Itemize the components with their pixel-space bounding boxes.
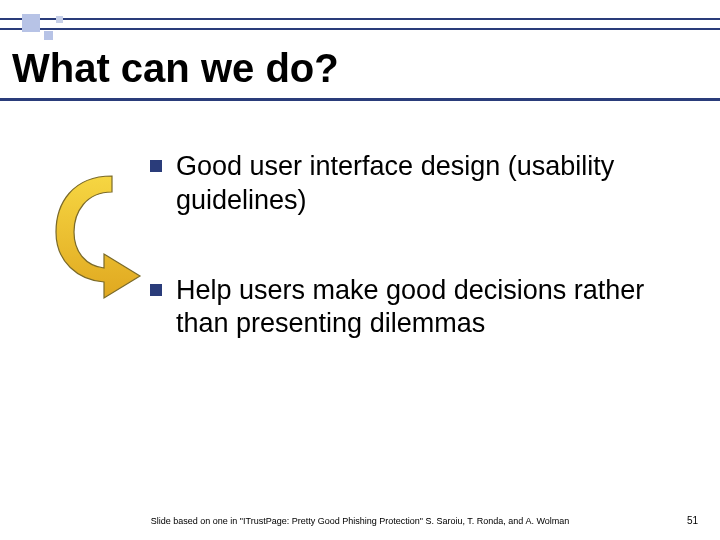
footer-citation: Slide based on one in "ITrustPage: Prett… xyxy=(0,516,720,526)
slide-title: What can we do? xyxy=(12,46,339,91)
decor-line xyxy=(0,18,720,20)
title-underline xyxy=(0,98,720,101)
decor-square-icon xyxy=(44,31,53,40)
curved-arrow-icon xyxy=(52,170,148,300)
decor-square-icon xyxy=(22,14,40,32)
bullet-square-icon xyxy=(150,284,162,296)
decor-line xyxy=(0,28,720,30)
list-item: Good user interface design (usability gu… xyxy=(150,150,680,218)
bullet-text: Good user interface design (usability gu… xyxy=(176,150,680,218)
list-item: Help users make good decisions rather th… xyxy=(150,274,680,342)
bullet-text: Help users make good decisions rather th… xyxy=(176,274,680,342)
bullet-square-icon xyxy=(150,160,162,172)
slide-top-decoration xyxy=(0,18,720,46)
decor-square-icon xyxy=(56,16,63,23)
slide-content: Good user interface design (usability gu… xyxy=(150,150,680,397)
page-number: 51 xyxy=(687,515,698,526)
